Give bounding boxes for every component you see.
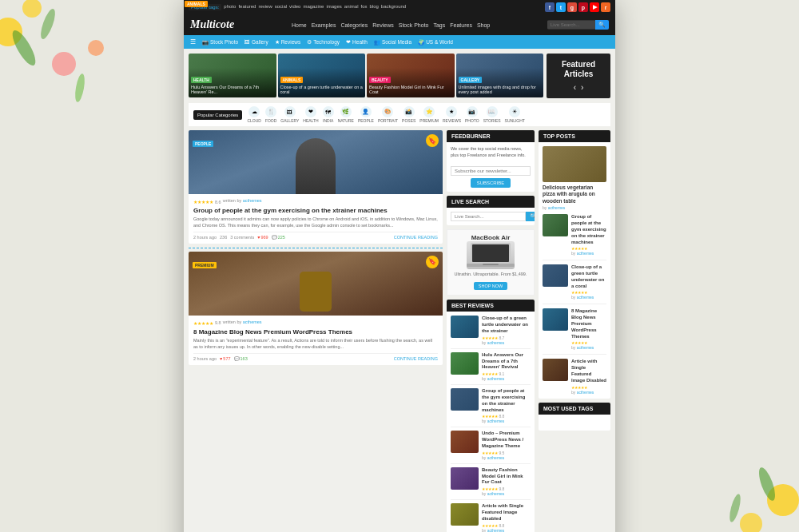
header-search-button[interactable]: 🔍 [595, 20, 609, 30]
review-title-3[interactable]: Group of people at the gym exercising on… [482, 388, 531, 413]
googleplus-icon[interactable]: g [567, 2, 577, 12]
article-title-2[interactable]: 8 Magazine Blog News Premium WordPress T… [193, 328, 438, 336]
cat-food[interactable]: 🍴 FOOD [265, 106, 276, 123]
cat-cloud[interactable]: ☁ CLOUD [247, 106, 261, 123]
cat-photo[interactable]: 📷 PHOTO [465, 106, 479, 123]
tag-images[interactable]: images [326, 4, 341, 10]
tag-blog[interactable]: blog [370, 4, 379, 10]
blue-nav-technology[interactable]: ⚙ Technology [307, 39, 340, 46]
live-search-button[interactable]: 🔍 [526, 212, 535, 221]
youtube-icon[interactable]: ▶ [590, 2, 599, 12]
blue-nav-social[interactable]: 👥 Social Media [374, 39, 411, 46]
article-title-1[interactable]: Group of people at the gym exercising on… [193, 207, 438, 215]
cat-poses[interactable]: 📸 POSES [402, 106, 415, 123]
cat-reviews[interactable]: ★ REVIEWS [443, 106, 461, 123]
review-image-4 [451, 431, 479, 453]
top-post-title-2[interactable]: Close-up of a green turtle underwater on… [571, 264, 606, 289]
article-image-1[interactable]: PEOPLE 🔖 [189, 130, 443, 194]
rss-icon[interactable]: r [601, 2, 610, 12]
live-search-input[interactable] [451, 212, 526, 221]
nav-home[interactable]: Home [292, 22, 307, 28]
tag-review[interactable]: review [258, 4, 272, 10]
featured-image-3[interactable]: BEAUTY Beauty Fashion Model Girl in Mink… [367, 54, 455, 97]
article-image-2[interactable]: PREMIUM 🔖 [189, 252, 443, 316]
top-post-big-image[interactable] [543, 146, 606, 182]
review-title-6[interactable]: Article with Single Featured Image disab… [482, 503, 531, 522]
twitter-icon[interactable]: t [556, 2, 566, 12]
review-item-4: Undo – Premium WordPress News / Magazine… [451, 431, 531, 463]
bookmark-icon-1[interactable]: 🔖 [426, 134, 439, 147]
read-more-1[interactable]: CONTINUE READING [394, 235, 438, 240]
blue-nav-health[interactable]: ❤ Health [346, 39, 368, 46]
nav-reviews[interactable]: Reviews [372, 22, 393, 28]
top-post-big-title[interactable]: Delicious vegetarian pizza with arugula … [543, 185, 606, 204]
featured-prev-button[interactable]: ‹ [574, 83, 576, 92]
nav-categories[interactable]: Categories [340, 22, 368, 28]
review-item-1: ANIMALS Close-up of a green turtle under… [451, 316, 531, 348]
cat-nature[interactable]: 🌿 NATURE [338, 106, 354, 123]
cat-portrait[interactable]: 🎨 PORTRAIT [378, 106, 398, 123]
review-title-2[interactable]: Hulu Answers Our Dreams of a 7th Heaven'… [482, 352, 531, 371]
subscribe-button[interactable]: SUBSCRIBE [471, 178, 511, 188]
cat-people[interactable]: 👤 PEOPLE [358, 106, 374, 123]
cat-premium[interactable]: ⭐ PREMIUM [419, 106, 439, 123]
featured-image-4[interactable]: GALLERY Unlimited images with drag and d… [456, 54, 544, 97]
review-meta-1: by acthemes [482, 340, 531, 345]
cat-india[interactable]: 🗺 INDIA [323, 106, 334, 123]
read-more-2[interactable]: CONTINUE READING [394, 356, 438, 361]
macbook-shop-button[interactable]: SHOP NOW [474, 282, 507, 290]
cat-label-poses: POSES [402, 118, 415, 123]
tag-background[interactable]: background [381, 4, 406, 10]
top-post-title-1[interactable]: Group of people at the gym exercising on… [571, 214, 606, 245]
tag-social[interactable]: social [275, 4, 287, 10]
right-sidebar: TOP POSTS Delicious vegetarian pizza wit… [539, 130, 610, 532]
tag-fox[interactable]: fox [360, 4, 367, 10]
cat-health[interactable]: ❤ HEALTH [303, 106, 318, 123]
featured-image-1[interactable]: HEALTH Hulu Answers Our Dreams of a 7th … [189, 54, 276, 97]
nav-tags[interactable]: Tags [433, 22, 445, 28]
article-body-2: ★★★★★ 9.8 written by acthemes 8 Magazine… [189, 316, 443, 365]
cat-gallery[interactable]: 🖼 GALLERY [280, 106, 299, 123]
top-post-title-3[interactable]: 8 Magazine Blog News Premium WordPress T… [571, 308, 606, 339]
blue-nav-stockphoto[interactable]: 📷 Stock Photo [202, 39, 238, 46]
facebook-icon[interactable]: f [545, 2, 555, 12]
review-title-1[interactable]: Close-up of a green turtle underwater on… [482, 316, 531, 334]
most-used-tags-body [539, 415, 610, 431]
best-reviews-header: BEST REVIEWS [447, 300, 535, 312]
review-info-2: Hulu Answers Our Dreams of a 7th Heaven'… [482, 352, 531, 381]
cat-sunlight[interactable]: ☀ SUNLIGHT [505, 106, 525, 123]
site-logo[interactable]: Multicote [190, 18, 234, 31]
feedburner-email-input[interactable] [451, 166, 531, 176]
tag-magazine[interactable]: magazine [303, 4, 324, 10]
blue-nav-reviews[interactable]: ★ Reviews [275, 39, 301, 46]
top-post-title-4[interactable]: Article with Single Featured Image Disab… [571, 359, 606, 383]
article-stats-1: 2 hours ago 236 3 comments ♥ 969 💬 225 [193, 235, 285, 240]
tag-animal[interactable]: animal [344, 4, 359, 10]
popular-categories-button[interactable]: Popular Categories [193, 110, 242, 120]
macbook-subtitle: Ultrathin. Ultraportable. From $1,499. [451, 272, 530, 276]
header-search-input[interactable] [547, 21, 595, 29]
pinterest-icon[interactable]: p [578, 2, 588, 12]
featured-image-2[interactable]: ANIMALS Close-up of a green turtle under… [278, 54, 366, 97]
blue-nav-usworld[interactable]: 🌍 US & World [418, 39, 453, 46]
review-title-4[interactable]: Undo – Premium WordPress News / Magazine… [482, 431, 531, 449]
nav-features[interactable]: Features [450, 22, 472, 28]
nav-examples[interactable]: Examples [312, 22, 336, 28]
featured-next-button[interactable]: › [581, 83, 583, 92]
cat-stories[interactable]: 📖 STORIES [483, 106, 501, 123]
macbook-ad[interactable]: MacBook Air Ultrathin. Ultraportable. Fr… [447, 229, 535, 296]
sunlight-icon: ☀ [509, 106, 520, 117]
tag-featured[interactable]: featured [238, 4, 256, 10]
tag-video[interactable]: video [289, 4, 300, 10]
nav-stockphoto[interactable]: Stock Photo [399, 22, 429, 28]
review-title-5[interactable]: Beauty Fashion Model Girl in Mink Fur Co… [482, 467, 531, 486]
bookmark-icon-2[interactable]: 🔖 [426, 256, 439, 268]
likes-stat-2: ♥ 577 [220, 356, 230, 361]
featured-section: HEALTH Hulu Answers Our Dreams of a 7th … [189, 54, 610, 98]
nav-shop[interactable]: Shop [477, 22, 490, 28]
tag-photo[interactable]: photo [224, 4, 236, 10]
blue-nav-gallery[interactable]: 🖼 Gallery [244, 39, 268, 45]
svg-point-8 [740, 513, 762, 532]
svg-point-2 [9, 27, 40, 68]
svg-point-10 [728, 493, 743, 522]
